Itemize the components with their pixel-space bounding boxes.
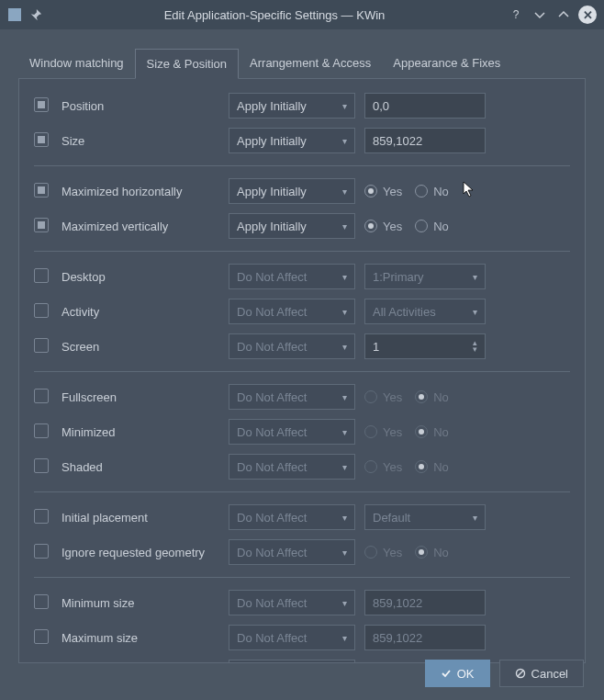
activity-checkbox[interactable]	[34, 303, 49, 318]
position-label: Position	[62, 99, 219, 113]
chevron-down-icon: ▾	[342, 101, 347, 111]
row-desktop: Desktop Do Not Affect▾ 1:Primary▾	[34, 259, 570, 294]
settings-panel: Position Apply Initially▾ Size Apply Ini…	[18, 79, 586, 663]
chevron-down-icon: ▾	[342, 186, 347, 197]
max-h-yes-radio[interactable]: Yes	[364, 185, 402, 198]
chevron-down-icon: ▾	[473, 272, 477, 282]
shaded-checkbox[interactable]	[34, 458, 49, 473]
minimized-no-radio[interactable]: No	[415, 425, 449, 439]
max-v-yes-radio[interactable]: Yes	[364, 220, 402, 233]
chevron-down-icon: ▾	[342, 392, 347, 402]
max-h-checkbox[interactable]	[34, 183, 49, 198]
fullscreen-mode-select[interactable]: Do Not Affect▾	[229, 384, 355, 410]
max-h-no-radio[interactable]: No	[415, 185, 449, 198]
spinner-arrows-icon: ▴▾	[473, 340, 477, 353]
position-mode-select[interactable]: Apply Initially▾	[229, 93, 355, 119]
help-icon[interactable]: ?	[507, 6, 525, 24]
tab-arrangement-access[interactable]: Arrangement & Access	[239, 49, 382, 79]
chevron-down-icon: ▾	[473, 307, 477, 317]
screen-checkbox[interactable]	[34, 338, 49, 353]
position-input[interactable]	[364, 93, 486, 119]
chevron-down-icon: ▾	[342, 513, 347, 523]
max-v-no-radio[interactable]: No	[415, 220, 449, 233]
minimized-checkbox[interactable]	[34, 423, 49, 438]
minimized-label: Minimized	[62, 425, 219, 439]
separator	[34, 251, 570, 252]
initial-placement-mode-select[interactable]: Do Not Affect▾	[229, 504, 355, 530]
ignore-geometry-no-radio[interactable]: No	[415, 546, 449, 559]
tab-window-matching[interactable]: Window matching	[18, 49, 135, 79]
tab-bar: Window matching Size & Position Arrangem…	[18, 48, 586, 79]
ignore-geometry-checkbox[interactable]	[34, 544, 49, 559]
desktop-checkbox[interactable]	[34, 268, 49, 283]
desktop-label: Desktop	[62, 270, 219, 284]
screen-spinner[interactable]: 1▴▾	[364, 333, 486, 359]
minimized-yes-radio[interactable]: Yes	[364, 425, 402, 439]
size-input[interactable]	[364, 128, 486, 153]
minimize-icon[interactable]	[531, 6, 549, 24]
desktop-value-select[interactable]: 1:Primary▾	[364, 264, 486, 289]
ignore-geometry-yes-radio[interactable]: Yes	[364, 546, 402, 559]
row-maximum-size: Maximum size Do Not Affect▾	[34, 620, 570, 655]
activity-mode-select[interactable]: Do Not Affect▾	[229, 299, 355, 324]
window-title: Edit Application-Specific Settings — KWi…	[50, 8, 499, 22]
minimized-mode-select[interactable]: Do Not Affect▾	[229, 419, 355, 445]
size-label: Size	[62, 134, 219, 148]
max-h-mode-select[interactable]: Apply Initially▾	[229, 178, 355, 204]
row-maximized-vertically: Maximized vertically Apply Initially▾ Ye…	[34, 209, 570, 243]
max-v-mode-select[interactable]: Apply Initially▾	[229, 213, 355, 239]
separator	[34, 165, 570, 166]
row-maximized-horizontally: Maximized horizontally Apply Initially▾ …	[34, 174, 570, 209]
activity-value-select[interactable]: All Activities▾	[364, 299, 486, 324]
pin-icon[interactable]	[29, 8, 42, 21]
maximize-icon[interactable]	[554, 6, 573, 24]
max-size-checkbox[interactable]	[34, 629, 49, 644]
max-size-mode-select[interactable]: Do Not Affect▾	[229, 625, 355, 650]
separator	[34, 371, 570, 372]
min-size-checkbox[interactable]	[34, 594, 49, 609]
row-minimum-size: Minimum size Do Not Affect▾	[34, 585, 570, 620]
chevron-down-icon: ▾	[342, 633, 347, 643]
position-checkbox[interactable]	[34, 97, 49, 112]
obey-mode-select[interactable]: Do Not Affect▾	[229, 660, 355, 663]
fullscreen-yes-radio[interactable]: Yes	[364, 390, 402, 404]
size-mode-select[interactable]: Apply Initially▾	[229, 128, 355, 153]
row-size: Size Apply Initially▾	[34, 123, 570, 158]
check-icon	[441, 668, 452, 679]
fullscreen-no-radio[interactable]: No	[415, 390, 449, 404]
ok-button[interactable]: OK	[425, 660, 490, 687]
chevron-down-icon: ▾	[342, 136, 347, 146]
chevron-down-icon: ▾	[342, 427, 347, 437]
fullscreen-checkbox[interactable]	[34, 389, 49, 403]
min-size-input[interactable]	[364, 590, 486, 615]
close-icon[interactable]: ✕	[578, 6, 597, 24]
shaded-label: Shaded	[62, 460, 219, 474]
screen-mode-select[interactable]: Do Not Affect▾	[229, 333, 355, 359]
row-position: Position Apply Initially▾	[34, 88, 570, 123]
row-shaded: Shaded Do Not Affect▾ YesNo	[34, 449, 570, 484]
initial-placement-checkbox[interactable]	[34, 509, 49, 524]
dialog-buttons: OK Cancel	[425, 660, 584, 687]
max-size-label: Maximum size	[62, 631, 219, 645]
tab-appearance-fixes[interactable]: Appearance & Fixes	[382, 49, 511, 79]
shaded-yes-radio[interactable]: Yes	[364, 460, 402, 474]
size-checkbox[interactable]	[34, 132, 49, 147]
min-size-label: Minimum size	[62, 596, 219, 610]
row-activity: Activity Do Not Affect▾ All Activities▾	[34, 294, 570, 329]
ignore-geometry-label: Ignore requested geometry	[62, 546, 219, 559]
shaded-no-radio[interactable]: No	[415, 460, 449, 474]
desktop-mode-select[interactable]: Do Not Affect▾	[229, 264, 355, 289]
min-size-mode-select[interactable]: Do Not Affect▾	[229, 590, 355, 615]
shaded-mode-select[interactable]: Do Not Affect▾	[229, 454, 355, 480]
tab-size-position[interactable]: Size & Position	[135, 49, 239, 79]
max-h-label: Maximized horizontally	[62, 185, 219, 198]
chevron-down-icon: ▾	[342, 307, 347, 317]
initial-placement-value-select[interactable]: Default▾	[364, 504, 486, 530]
ignore-geometry-mode-select[interactable]: Do Not Affect▾	[229, 539, 355, 565]
cancel-button[interactable]: Cancel	[499, 660, 584, 687]
titlebar: Edit Application-Specific Settings — KWi…	[0, 0, 604, 29]
row-ignore-geometry: Ignore requested geometry Do Not Affect▾…	[34, 535, 570, 570]
max-size-input[interactable]	[364, 625, 486, 650]
activity-label: Activity	[62, 305, 219, 319]
max-v-checkbox[interactable]	[34, 218, 49, 232]
